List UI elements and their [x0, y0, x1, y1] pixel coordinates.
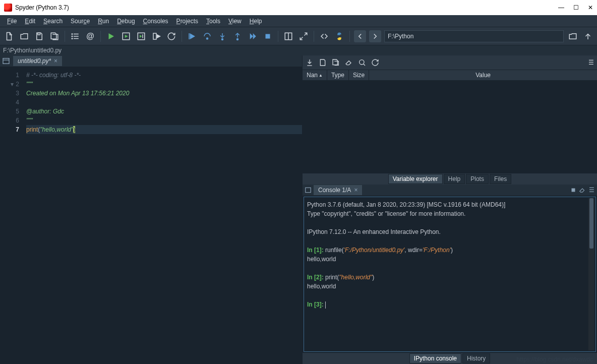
- menu-help[interactable]: Help: [247, 17, 265, 26]
- col-type[interactable]: Type: [327, 70, 349, 80]
- svg-marker-14: [157, 35, 160, 38]
- tab-help[interactable]: Help: [444, 174, 465, 184]
- line-number: 5: [0, 107, 19, 116]
- step-over-icon[interactable]: [201, 30, 213, 42]
- forward-icon[interactable]: [369, 30, 381, 42]
- save-icon[interactable]: [33, 30, 45, 42]
- code-line: [26, 98, 302, 107]
- working-dir-input[interactable]: F:\Python: [384, 30, 564, 42]
- console-options-icon[interactable]: ☰: [588, 187, 595, 194]
- var-explorer-toolbar: ☰: [303, 55, 597, 70]
- console-banner: Python 3.7.6 (default, Jan 8 2020, 20:23…: [307, 200, 592, 209]
- preferences-icon[interactable]: [318, 30, 330, 42]
- code-area[interactable]: # -*- coding: utf-8 -*- """ Created on M…: [22, 67, 302, 364]
- rerun-icon[interactable]: [165, 30, 177, 42]
- tab-plots[interactable]: Plots: [466, 174, 489, 184]
- maximize-pane-icon[interactable]: [297, 30, 310, 42]
- tab-ipython-console[interactable]: IPython console: [409, 353, 461, 363]
- svg-rect-35: [306, 188, 311, 192]
- line-number-current: 7: [0, 125, 19, 134]
- col-value[interactable]: Value: [369, 70, 597, 80]
- col-name[interactable]: Nan▲: [303, 70, 327, 80]
- var-table-header: Nan▲ Type Size Value: [303, 70, 597, 81]
- import-data-icon[interactable]: [306, 58, 314, 67]
- ipython-console[interactable]: Python 3.7.6 (default, Jan 8 2020, 20:23…: [304, 197, 596, 352]
- menu-run[interactable]: Run: [95, 17, 112, 26]
- svg-line-28: [300, 37, 303, 39]
- step-out-icon[interactable]: [231, 30, 244, 42]
- main-toolbar: @ F:\Python: [0, 27, 597, 45]
- run-selection-icon[interactable]: [150, 30, 162, 42]
- console-banner: IPython 7.12.0 -- An enhanced Interactiv…: [307, 227, 592, 236]
- svg-marker-23: [253, 33, 256, 39]
- new-file-icon[interactable]: [3, 30, 15, 42]
- scrollbar-thumb[interactable]: [589, 198, 593, 249]
- menu-projects[interactable]: Projects: [173, 17, 201, 26]
- save-data-icon[interactable]: [319, 58, 327, 67]
- menu-view[interactable]: View: [225, 17, 245, 26]
- code-line: # -*- coding: utf-8 -*-: [26, 71, 302, 80]
- tab-variable-explorer[interactable]: Variable explorer: [388, 174, 443, 184]
- stop-debug-icon[interactable]: [262, 30, 274, 42]
- main-area: untitled0.py* × 1 ▾2 3 4 5 6 7 # -*- cod…: [0, 55, 597, 364]
- file-browse-icon[interactable]: [2, 57, 10, 65]
- browse-dir-icon[interactable]: [567, 30, 579, 42]
- minimize-button[interactable]: —: [558, 4, 564, 11]
- maximize-button[interactable]: ☐: [573, 4, 579, 11]
- clear-console-icon[interactable]: [579, 187, 586, 194]
- menu-tools[interactable]: Tools: [203, 17, 223, 26]
- menu-consoles[interactable]: Consoles: [140, 17, 171, 26]
- breadcrumb-path[interactable]: F:\Python\untitled0.py: [3, 47, 62, 54]
- debug-icon[interactable]: [186, 30, 198, 42]
- close-console-icon[interactable]: ×: [354, 187, 357, 194]
- save-as-icon[interactable]: [332, 58, 340, 67]
- parent-dir-icon[interactable]: [582, 30, 594, 42]
- line-number: ▾2: [0, 80, 19, 89]
- menu-debug[interactable]: Debug: [114, 17, 138, 26]
- console-scrollbar[interactable]: [588, 198, 594, 350]
- close-button[interactable]: ✕: [588, 4, 593, 11]
- svg-line-27: [305, 33, 307, 35]
- svg-rect-13: [153, 33, 156, 39]
- code-line: """: [26, 80, 302, 89]
- layout-icon[interactable]: [282, 30, 294, 42]
- python-path-icon[interactable]: [333, 30, 345, 42]
- run-cell-icon[interactable]: [120, 30, 132, 42]
- erase-icon[interactable]: [345, 58, 353, 67]
- search-icon[interactable]: [358, 58, 366, 67]
- console-browse-icon[interactable]: [305, 187, 312, 194]
- console-tab-label: Console 1/A: [318, 187, 351, 194]
- editor-tab-label: untitled0.py*: [18, 57, 51, 65]
- list-icon[interactable]: [69, 30, 81, 42]
- code-line: """: [26, 116, 302, 125]
- console-output: hello,world: [307, 282, 592, 291]
- menu-file[interactable]: File: [4, 17, 20, 26]
- step-into-icon[interactable]: [216, 30, 228, 42]
- svg-point-19: [222, 38, 223, 40]
- svg-rect-36: [572, 189, 575, 192]
- stop-console-icon[interactable]: [570, 187, 577, 194]
- open-file-icon[interactable]: [18, 30, 30, 42]
- menu-edit[interactable]: Edit: [22, 17, 38, 26]
- run-cell-advance-icon[interactable]: [135, 30, 147, 42]
- menu-source[interactable]: Source: [68, 17, 93, 26]
- cell-icon[interactable]: @: [84, 30, 96, 42]
- col-size[interactable]: Size: [349, 70, 369, 80]
- options-icon[interactable]: ☰: [588, 59, 594, 66]
- save-all-icon[interactable]: [48, 30, 61, 42]
- console-tab[interactable]: Console 1/A ×: [314, 185, 362, 195]
- title-bar: Spyder (Python 3.7) — ☐ ✕: [0, 0, 597, 15]
- menu-search[interactable]: Search: [40, 17, 66, 26]
- tab-history[interactable]: History: [462, 353, 490, 363]
- console-output: hello,world: [307, 255, 592, 264]
- editor-tab[interactable]: untitled0.py* ×: [13, 56, 62, 66]
- continue-icon[interactable]: [247, 30, 259, 42]
- close-tab-icon[interactable]: ×: [54, 57, 57, 65]
- code-line-current: print("hello,world"): [26, 125, 302, 134]
- code-editor[interactable]: 1 ▾2 3 4 5 6 7 # -*- coding: utf-8 -*- "…: [0, 67, 302, 364]
- run-icon[interactable]: [105, 30, 117, 42]
- code-line: Created on Mon Apr 13 17:56:21 2020: [26, 89, 302, 98]
- tab-files[interactable]: Files: [490, 174, 511, 184]
- refresh-icon[interactable]: [371, 58, 379, 67]
- back-icon[interactable]: [354, 30, 366, 42]
